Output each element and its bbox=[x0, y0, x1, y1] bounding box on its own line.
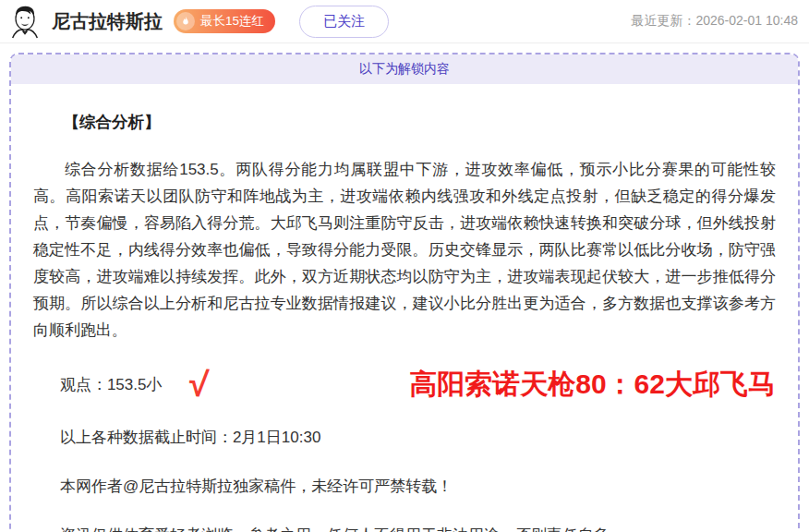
copyright-line: 本网作者@尼古拉特斯拉独家稿件，未经许可严禁转载！ bbox=[33, 473, 776, 500]
unlock-banner: 以下为解锁内容 bbox=[11, 54, 798, 84]
author-avatar[interactable] bbox=[7, 4, 42, 39]
last-updated-label: 最近更新： bbox=[631, 13, 695, 28]
article-content: 【综合分析】 综合分析数据给153.5。两队得分能力均属联盟中下游，进攻效率偏低… bbox=[11, 109, 798, 532]
last-updated: 最近更新：2026-02-01 10:48 bbox=[631, 13, 798, 30]
viewpoint-row: 观点：153.5小 √ 高阳索诺天枪80：62大邱飞马 bbox=[33, 367, 776, 402]
author-header: 尼古拉特斯拉 最长15连红 已关注 最近更新：2026-02-01 10:48 bbox=[0, 0, 809, 43]
streak-badge: 最长15连红 bbox=[174, 9, 275, 33]
red-check-mark-icon: √ bbox=[188, 366, 210, 402]
analysis-paragraph: 综合分析数据给153.5。两队得分能力均属联盟中下游，进攻效率偏低，预示小比分赛… bbox=[33, 156, 776, 344]
author-name[interactable]: 尼古拉特斯拉 bbox=[52, 9, 163, 34]
author-header-left: 尼古拉特斯拉 最长15连红 已关注 bbox=[7, 4, 389, 39]
flame-icon bbox=[176, 12, 195, 30]
viewpoint-text: 观点：153.5小 bbox=[60, 371, 163, 398]
data-cutoff-line: 以上各种数据截止时间：2月1日10:30 bbox=[33, 424, 776, 451]
disclaimer-line: 资讯仅供体育爱好者浏览、参考之用。任何人不得用于非法用途，否则责任自负。 bbox=[33, 522, 776, 532]
section-title: 【综合分析】 bbox=[33, 109, 776, 136]
portrait-sketch-icon bbox=[7, 4, 42, 39]
unlocked-content-box: 以下为解锁内容 【综合分析】 综合分析数据给153.5。两队得分能力均属联盟中下… bbox=[9, 53, 800, 532]
follow-button[interactable]: 已关注 bbox=[299, 6, 389, 38]
last-updated-time: 2026-02-01 10:48 bbox=[695, 13, 798, 28]
final-score-text: 高阳索诺天枪80：62大邱飞马 bbox=[409, 368, 776, 401]
streak-badge-label: 最长15连红 bbox=[200, 13, 264, 30]
